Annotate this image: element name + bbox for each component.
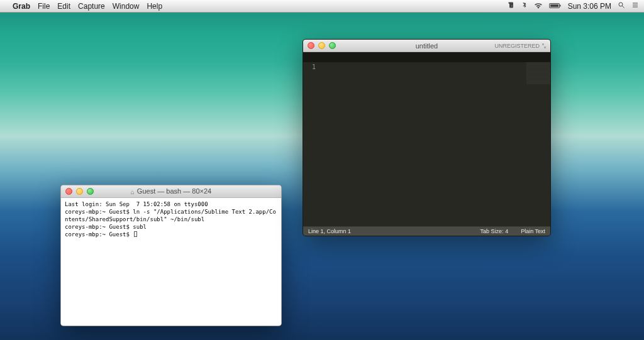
code-area[interactable]: [319, 62, 526, 226]
svg-rect-1: [560, 4, 560, 6]
terminal-titlebar[interactable]: ⌂Guest — bash — 80×24: [61, 185, 281, 198]
battery-icon[interactable]: [549, 2, 562, 11]
svg-rect-2: [550, 4, 558, 6]
line-number: 1: [303, 63, 316, 70]
menubar-clock[interactable]: Sun 3:06 PM: [568, 2, 611, 11]
notification-center-icon[interactable]: [631, 1, 639, 11]
app-menu[interactable]: Grab: [13, 2, 30, 11]
line-number-gutter: 1: [303, 62, 319, 226]
window-controls: [65, 188, 94, 195]
menu-file[interactable]: File: [38, 2, 50, 11]
bluetooth-icon[interactable]: [521, 1, 528, 11]
home-icon: ⌂: [131, 189, 135, 195]
menubar: Grab File Edit Capture Window Help Sun 3…: [0, 0, 644, 13]
close-button[interactable]: [308, 42, 314, 49]
status-syntax[interactable]: Plain Text: [521, 228, 545, 234]
terminal-line: Last login: Sun Sep 7 15:02:58 on ttys00…: [65, 201, 208, 207]
minimap[interactable]: [526, 62, 550, 84]
unregistered-badge[interactable]: UNREGISTERED: [494, 43, 547, 49]
window-controls: [308, 42, 336, 49]
sublime-editor[interactable]: 1: [303, 62, 550, 226]
menu-capture[interactable]: Capture: [78, 2, 105, 11]
expand-icon: [541, 43, 547, 48]
spotlight-icon[interactable]: [618, 1, 625, 11]
menu-window[interactable]: Window: [113, 2, 140, 11]
evernote-icon[interactable]: [508, 1, 515, 11]
sublime-titlebar[interactable]: untitled UNREGISTERED: [303, 40, 550, 52]
terminal-body[interactable]: Last login: Sun Sep 7 15:02:58 on ttys00…: [61, 198, 281, 326]
svg-point-3: [619, 3, 623, 6]
terminal-title: ⌂Guest — bash — 80×24: [61, 187, 281, 195]
svg-line-4: [623, 6, 625, 8]
menu-edit[interactable]: Edit: [57, 2, 70, 11]
terminal-line: coreys-mbp:~ Guest$ ln -s "/Applications…: [65, 209, 276, 222]
sublime-statusbar: Line 1, Column 1 Tab Size: 4 Plain Text: [303, 226, 550, 236]
minimize-button[interactable]: [318, 42, 325, 49]
terminal-prompt: coreys-mbp:~ Guest$: [65, 231, 133, 238]
wifi-icon[interactable]: [534, 2, 543, 11]
status-cursor-pos: Line 1, Column 1: [308, 228, 351, 234]
terminal-line: coreys-mbp:~ Guest$ subl: [65, 224, 147, 230]
close-button[interactable]: [65, 188, 72, 195]
menu-help[interactable]: Help: [147, 2, 162, 11]
zoom-button[interactable]: [329, 42, 336, 49]
terminal-cursor: [134, 231, 137, 237]
status-tab-size[interactable]: Tab Size: 4: [480, 228, 509, 234]
sublime-tabbar[interactable]: [303, 52, 550, 62]
minimize-button[interactable]: [76, 188, 83, 195]
terminal-window[interactable]: ⌂Guest — bash — 80×24 Last login: Sun Se…: [60, 185, 282, 326]
zoom-button[interactable]: [87, 188, 94, 195]
sublime-window[interactable]: untitled UNREGISTERED 1 Line 1, Column 1…: [303, 39, 551, 236]
